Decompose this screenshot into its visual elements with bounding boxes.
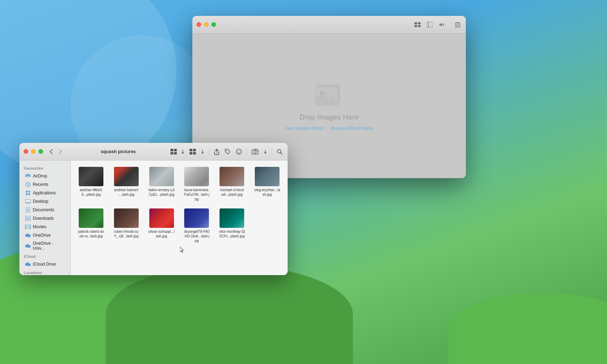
sidebar-item-applications[interactable]: Applications [21, 189, 69, 197]
sidebar-item-icloud-drive[interactable]: iCloud Drive [21, 260, 69, 268]
file-thumb-1 [79, 167, 103, 186]
sidebar-item-airdrop-label: AirDrop [33, 174, 47, 178]
search-button[interactable] [276, 148, 283, 156]
svg-point-31 [254, 151, 257, 153]
locations-label: Locations [19, 268, 70, 275]
file-name-10: skyangel79-FA0-hD-1bvk...lash.jpg [184, 229, 210, 243]
toolbar-separator-1 [209, 148, 209, 155]
tag-button[interactable] [223, 147, 232, 156]
file-item-5[interactable]: michael-d-beckwit...plash.jpg [216, 165, 248, 204]
file-thumb-8 [114, 208, 139, 228]
file-thumb-10 [184, 208, 209, 228]
file-thumb-11 [220, 208, 244, 228]
camera-button[interactable] [251, 148, 260, 156]
file-item-6[interactable]: oleg-kryzhan...lash.jpg [251, 165, 283, 204]
sidebar-item-movies[interactable]: Movies [21, 223, 69, 231]
close-button[interactable] [24, 149, 28, 154]
sidebar-item-downloads[interactable]: Downloads [21, 214, 69, 223]
image-app-layout-icon[interactable] [414, 21, 421, 29]
files-grid: aedrian-Mblz6S...plash.jpg andrew-haimer… [75, 165, 283, 245]
svg-rect-23 [193, 149, 196, 151]
recents-icon [25, 182, 31, 187]
emoji-button[interactable] [235, 147, 243, 156]
svg-rect-22 [190, 149, 192, 151]
file-item-2[interactable]: andrew-haimeri-...lash.jpg [110, 165, 143, 204]
image-app-close-button[interactable] [197, 22, 201, 27]
sidebar-item-recents[interactable]: Recents [21, 180, 69, 189]
svg-line-34 [281, 153, 282, 154]
sidebar-item-desktop-label: Desktop [33, 199, 48, 204]
file-name-8: ruben-frivold-suY_-rj9...lash.jpg [113, 229, 139, 238]
svg-rect-18 [170, 149, 173, 151]
finder-window: squash pictures [19, 143, 288, 275]
file-item-11[interactable]: vitor-monthay-Dj2CFv...plash.jpg [216, 206, 248, 245]
desktop-icon [25, 199, 31, 204]
finder-titlebar: squash pictures [19, 143, 288, 160]
file-item-3[interactable]: kalen-emsley-LdCpEc...plash.jpg [145, 165, 178, 204]
svg-rect-3 [418, 25, 421, 27]
sidebar-item-airdrop[interactable]: AirDrop [21, 172, 69, 180]
sidebar-item-onedrive-univ[interactable]: OneDrive - Univ... [21, 239, 69, 252]
camera-options-button[interactable] [263, 148, 268, 155]
file-thumb-7 [79, 208, 103, 228]
file-name-1: aedrian-Mblz6S...plash.jpg [78, 188, 104, 197]
file-name-2: andrew-haimeri-...lash.jpg [113, 188, 139, 197]
toolbar-separator-2 [247, 148, 247, 155]
svg-rect-38 [26, 191, 28, 193]
forward-button[interactable] [56, 148, 64, 156]
file-name-6: oleg-kryzhan...lash.jpg [254, 188, 281, 197]
file-item-10[interactable]: skyangel79-FA0-hD-1bvk...lash.jpg [181, 206, 213, 245]
image-app-fullscreen-icon[interactable] [426, 21, 433, 29]
file-item-4[interactable]: laura-kaminska-FaGuYM...lash.jpg [181, 165, 213, 204]
file-thumb-2 [114, 167, 139, 186]
file-name-4: laura-kaminska-FaGuYM...lash.jpg [184, 188, 210, 201]
file-item-7[interactable]: patrick-robert-doyle-w...lash.jpg [75, 206, 107, 245]
grid-view-button[interactable] [169, 148, 179, 156]
applications-icon [25, 190, 31, 196]
icloud-drive-icon [25, 261, 31, 267]
maximize-button[interactable] [38, 149, 43, 154]
sidebar-item-downloads-label: Downloads [33, 216, 54, 221]
finder-title: squash pictures [67, 149, 169, 154]
image-app-minimize-button[interactable] [204, 22, 209, 27]
sidebar-item-desktop[interactable]: Desktop [21, 197, 69, 206]
movies-icon [25, 224, 31, 230]
svg-line-37 [28, 184, 29, 185]
sidebar-item-onedrive-label: OneDrive [33, 233, 51, 238]
share-button[interactable] [213, 147, 221, 156]
image-app-mute-icon[interactable] [438, 21, 445, 29]
sidebar: Favourites AirDrop Recents Applications [19, 160, 71, 275]
file-item-9[interactable]: silvan-schuppi...lash.jpg [145, 206, 178, 245]
empty-space [75, 245, 283, 266]
view-list-group [188, 148, 205, 156]
list-view-options-button[interactable] [200, 148, 205, 155]
svg-rect-0 [414, 22, 417, 24]
file-thumb-4 [184, 167, 209, 186]
file-name-9: silvan-schuppi...lash.jpg [148, 229, 175, 238]
traffic-lights [24, 149, 43, 154]
svg-point-28 [238, 151, 238, 151]
view-options-button[interactable] [180, 148, 186, 155]
browse-packs-link[interactable]: Browse Effect Packs [331, 126, 373, 131]
back-button[interactable] [47, 148, 55, 156]
svg-rect-4 [427, 22, 432, 28]
minimize-button[interactable] [31, 149, 36, 154]
svg-rect-41 [28, 193, 30, 195]
file-name-5: michael-d-beckwit...plash.jpg [219, 188, 245, 197]
svg-rect-1 [418, 22, 421, 24]
list-view-button[interactable] [188, 148, 198, 156]
use-sample-link[interactable]: Use Sample Photo [285, 126, 323, 131]
sidebar-item-onedrive-univ-label: OneDrive - Univ... [33, 241, 65, 251]
image-app-toolbar [414, 21, 462, 29]
svg-rect-40 [26, 193, 28, 195]
sidebar-item-documents[interactable]: Documents [21, 206, 69, 214]
svg-point-29 [240, 151, 240, 151]
sidebar-item-onedrive[interactable]: OneDrive [21, 231, 69, 239]
image-app-maximize-button[interactable] [211, 22, 216, 27]
icloud-label: iCloud [19, 252, 70, 260]
file-item-8[interactable]: ruben-frivold-suY_-rj9...lash.jpg [110, 206, 143, 245]
file-item-1[interactable]: aedrian-Mblz6S...plash.jpg [75, 165, 107, 204]
documents-icon [25, 207, 31, 213]
image-app-trash-icon[interactable] [454, 21, 462, 29]
link-separator: | [327, 126, 328, 131]
